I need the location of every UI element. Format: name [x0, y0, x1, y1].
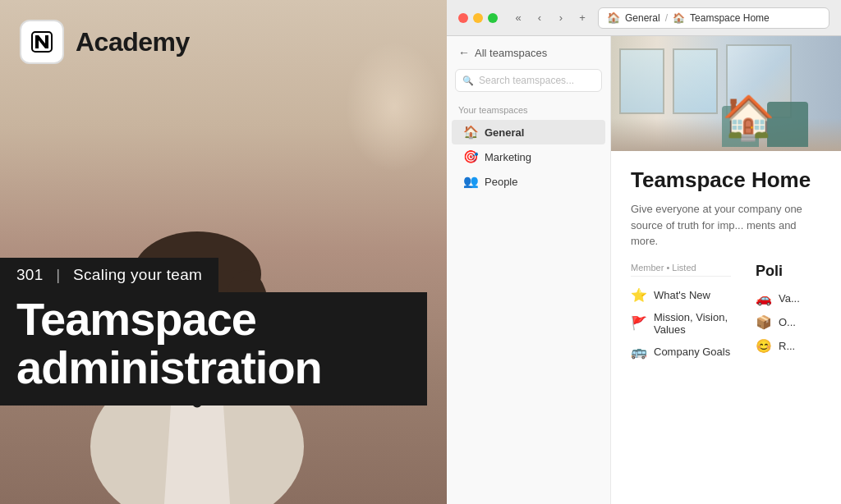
- office-window-1: [619, 48, 664, 114]
- breadcrumb-separator: /: [665, 12, 668, 24]
- search-icon: 🔍: [462, 76, 474, 86]
- links-column: Member • Listed ⭐ What's New 🚩 Mission, …: [631, 263, 731, 364]
- back-arrow-icon: ←: [458, 46, 470, 59]
- right-icon-3: 😊: [756, 338, 772, 354]
- traffic-red[interactable]: [458, 13, 468, 23]
- sidebar-item-general[interactable]: 🏠 General: [452, 120, 605, 144]
- divider: |: [56, 266, 60, 283]
- company-goals-label: Company Goals: [654, 346, 730, 358]
- main-title: Teamspace administration: [0, 292, 427, 405]
- collapse-btn[interactable]: «: [509, 9, 527, 27]
- sidebar-section-label: Your teamspaces: [447, 102, 610, 120]
- general-icon: 🏠: [463, 125, 478, 140]
- academy-label: Academy: [76, 27, 190, 57]
- whats-new-icon: ⭐: [631, 287, 647, 303]
- sidebar-general-label: General: [485, 126, 524, 139]
- marketing-icon: 🎯: [463, 149, 478, 164]
- member-label: Member • Listed: [631, 263, 731, 277]
- browser-chrome: « ‹ › + 🏠 General / 🏠 Teamspace Home: [447, 0, 841, 36]
- hero-image: 🏠: [611, 36, 841, 151]
- address-bar[interactable]: 🏠 General / 🏠 Teamspace Home: [598, 7, 830, 29]
- search-placeholder: Search teamspaces...: [479, 75, 574, 86]
- browser-nav: « ‹ › +: [509, 9, 591, 27]
- mission-icon: 🚩: [631, 315, 647, 331]
- right-link-3[interactable]: 😊 R...: [756, 334, 821, 358]
- whats-new-label: What's New: [654, 289, 710, 301]
- right-label-3: R...: [779, 340, 795, 352]
- company-goals-icon: 🚌: [631, 344, 647, 360]
- traffic-yellow[interactable]: [473, 13, 483, 23]
- right-label-1: Va...: [779, 292, 800, 305]
- right-link-1[interactable]: 🚗 Va...: [756, 286, 821, 310]
- mission-label: Mission, Vision, Values: [654, 311, 731, 336]
- course-series: Scaling your team: [73, 266, 202, 283]
- breadcrumb-home-icon: 🏠: [607, 11, 620, 24]
- right-panel: « ‹ › + 🏠 General / 🏠 Teamspace Home ← A…: [447, 0, 841, 504]
- sidebar-marketing-label: Marketing: [485, 151, 531, 163]
- notion-logo-icon: [20, 20, 64, 64]
- traffic-green[interactable]: [488, 13, 498, 23]
- app-layout: ← All teamspaces 🔍 Search teamspaces... …: [447, 36, 841, 504]
- add-btn[interactable]: +: [573, 9, 591, 27]
- course-number: 301: [16, 266, 44, 283]
- page-title: Teamspace Home: [631, 167, 821, 193]
- link-mission[interactable]: 🚩 Mission, Vision, Values: [631, 307, 731, 340]
- traffic-lights: [458, 13, 498, 23]
- breadcrumb-page: Teamspace Home: [690, 12, 770, 24]
- sidebar-back-button[interactable]: ← All teamspaces: [447, 36, 610, 66]
- page-subtitle: Give everyone at your company one source…: [631, 201, 821, 250]
- link-company-goals[interactable]: 🚌 Company Goals: [631, 340, 731, 364]
- sidebar-item-people[interactable]: 👥 People: [452, 169, 605, 194]
- link-whats-new[interactable]: ⭐ What's New: [631, 283, 731, 307]
- forward-btn[interactable]: ›: [552, 9, 570, 27]
- right-icon-2: 📦: [756, 314, 772, 330]
- main-content: 🏠 Teamspace Home Give everyone at your c…: [611, 36, 841, 504]
- people-icon: 👥: [463, 174, 478, 189]
- light-effect: [345, 41, 443, 172]
- sidebar-back-label: All teamspaces: [475, 47, 547, 59]
- sidebar-search[interactable]: 🔍 Search teamspaces...: [455, 69, 602, 92]
- sidebar-item-marketing[interactable]: 🎯 Marketing: [452, 144, 605, 169]
- poli-label: Poli: [756, 263, 821, 280]
- content-row: Member • Listed ⭐ What's New 🚩 Mission, …: [631, 263, 821, 364]
- house-emoji: 🏠: [722, 93, 775, 143]
- sidebar: ← All teamspaces 🔍 Search teamspaces... …: [447, 36, 611, 504]
- right-link-2[interactable]: 📦 O...: [756, 310, 821, 334]
- right-label-2: O...: [779, 316, 796, 328]
- back-btn[interactable]: ‹: [531, 9, 549, 27]
- sidebar-people-label: People: [485, 176, 517, 188]
- course-label: 301 | Scaling your team: [0, 258, 218, 292]
- right-icon-1: 🚗: [756, 291, 772, 306]
- logo-area: Academy: [20, 20, 190, 64]
- breadcrumb-page-icon: 🏠: [673, 12, 685, 24]
- left-panel: Academy 301 | Scaling your team Teamspac…: [0, 0, 460, 504]
- overlay-text-block: 301 | Scaling your team Teamspace admini…: [0, 258, 427, 405]
- right-column: Poli 🚗 Va... 📦 O... 😊 R...: [756, 263, 821, 364]
- page-content: Teamspace Home Give everyone at your com…: [611, 151, 841, 468]
- office-window-2: [673, 48, 718, 114]
- breadcrumb-home: General: [625, 12, 660, 24]
